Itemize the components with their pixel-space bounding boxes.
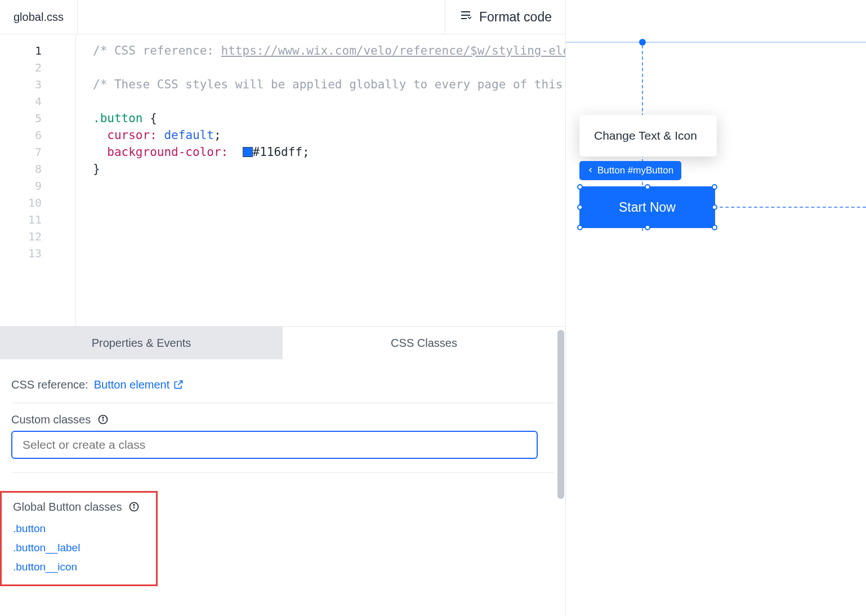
element-breadcrumb[interactable]: Button #myButton <box>579 161 681 180</box>
resize-handle[interactable] <box>712 225 717 230</box>
tab-bar: global.css Format code <box>0 0 565 34</box>
info-icon[interactable] <box>97 413 109 426</box>
code-comment: /* CSS reference: <box>93 44 221 57</box>
format-icon <box>459 8 472 25</box>
resize-handle[interactable] <box>712 184 717 190</box>
format-code-label: Format code <box>479 10 552 25</box>
scrollbar[interactable] <box>557 330 564 499</box>
custom-classes-label: Custom classes <box>11 413 91 426</box>
global-class-item[interactable]: .button <box>13 519 156 538</box>
code-comment: /* These CSS styles will be applied glob… <box>93 78 565 91</box>
global-class-item[interactable]: .button__label <box>13 538 156 557</box>
code-prop: background-color <box>107 145 221 159</box>
selection-outline <box>579 186 715 228</box>
css-reference-link[interactable]: Button element <box>94 378 184 391</box>
guide-horizontal <box>720 207 866 208</box>
change-text-popup[interactable]: Change Text & Icon <box>579 115 717 157</box>
svg-point-8 <box>134 505 135 506</box>
svg-point-5 <box>102 417 104 418</box>
css-reference-label: CSS reference: <box>11 378 88 391</box>
code-selector: .button <box>93 111 143 125</box>
code-link[interactable]: https://www.wix.com/velo/reference/$w/st… <box>221 44 565 57</box>
global-class-item[interactable]: .button__icon <box>13 557 156 577</box>
format-code-button[interactable]: Format code <box>445 0 565 34</box>
resize-handle[interactable] <box>712 204 717 210</box>
custom-class-input[interactable] <box>11 431 538 459</box>
resize-handle[interactable] <box>577 184 583 190</box>
chevron-left-icon <box>587 165 594 176</box>
info-icon[interactable] <box>128 501 140 514</box>
resize-handle[interactable] <box>645 184 650 190</box>
code-value: default <box>164 128 214 142</box>
resize-handle[interactable] <box>577 204 583 210</box>
global-classes-title: Global Button classes <box>13 501 122 514</box>
code-prop: cursor <box>107 128 150 142</box>
panel-tabs: Properties & Events CSS Classes <box>0 327 565 359</box>
external-link-icon <box>173 378 184 391</box>
tab-properties-events[interactable]: Properties & Events <box>0 327 283 359</box>
color-swatch[interactable] <box>243 147 253 157</box>
properties-panel: Properties & Events CSS Classes CSS refe… <box>0 326 565 616</box>
resize-handle[interactable] <box>645 225 650 230</box>
code-content[interactable]: /* CSS reference: https://www.wix.com/ve… <box>76 34 565 326</box>
file-tab[interactable]: global.css <box>0 0 78 34</box>
editor-pane: global.css Format code 1 2 3 4 5 6 <box>0 0 566 616</box>
code-area[interactable]: 1 2 3 4 5 6 7 8 9 10 11 12 13 /* CSS ref… <box>0 34 565 326</box>
resize-handle[interactable] <box>577 225 583 230</box>
global-classes-box: Global Button classes .button .button__l… <box>0 491 158 586</box>
tab-css-classes[interactable]: CSS Classes <box>283 327 565 359</box>
code-value: #116dff <box>253 145 303 159</box>
breadcrumb-label: Button #myButton <box>597 165 673 176</box>
ruler[interactable] <box>566 42 866 43</box>
canvas[interactable]: Change Text & Icon Button #myButton Star… <box>566 0 866 616</box>
line-gutter: 1 2 3 4 5 6 7 8 9 10 11 12 13 <box>0 34 76 326</box>
